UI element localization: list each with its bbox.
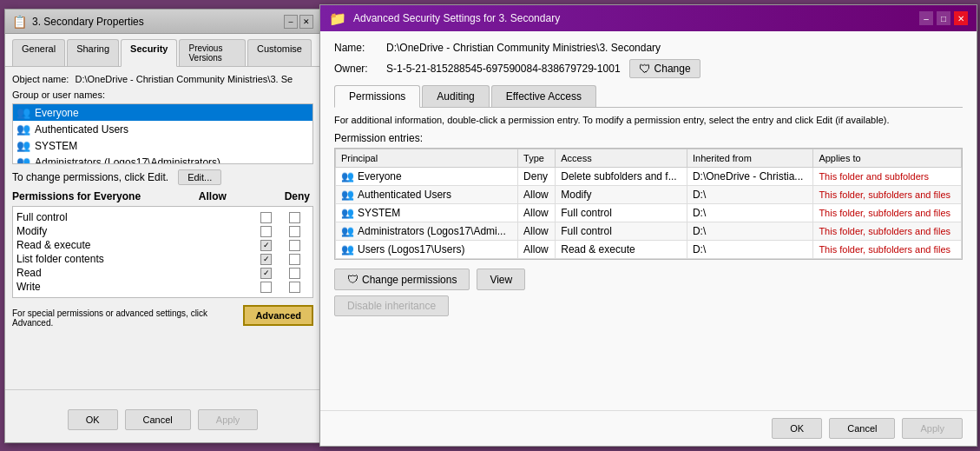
view-button[interactable]: View [477, 269, 525, 290]
cell-principal: 👥Everyone [336, 168, 518, 186]
cancel-button-right[interactable]: Cancel [829, 418, 895, 439]
deny-label: Deny [285, 190, 310, 202]
group-item-system[interactable]: 👥 SYSTEM [13, 137, 312, 154]
cell-inherited: D:\ [687, 241, 812, 259]
user-icon-row: 👥 [341, 225, 354, 237]
left-tab-bar: General Sharing Security Previous Versio… [5, 34, 320, 67]
name-label: Name: [334, 42, 386, 54]
cell-inherited: D:\ [687, 186, 812, 204]
cell-principal: 👥Users (Logos17\Users) [336, 241, 518, 259]
group-label: Group or user names: [12, 90, 313, 100]
right-title-text: Advanced Security Settings for 3. Second… [353, 12, 919, 24]
user-icon-row: 👥 [341, 243, 354, 255]
perm-allow-modify[interactable] [260, 226, 272, 237]
perm-allow-fullcontrol[interactable] [260, 212, 272, 223]
apply-button-right[interactable]: Apply [902, 418, 963, 439]
owner-row: Owner: S-1-5-21-815288545-697590084-8386… [334, 59, 963, 78]
cell-applies: This folder, subfolders and files [813, 222, 962, 241]
cancel-button-left[interactable]: Cancel [125, 409, 191, 430]
right-close-button[interactable]: ✕ [954, 11, 968, 25]
tab-sharing[interactable]: Sharing [67, 39, 119, 66]
perm-name-read: Read [16, 267, 252, 279]
left-content-area: Object name: D:\OneDrive - Christian Com… [5, 67, 320, 335]
right-minimize-button[interactable]: – [919, 11, 933, 25]
ok-button-left[interactable]: OK [68, 409, 118, 430]
perm-allow-write[interactable] [260, 282, 272, 293]
disable-inheritance-wrapper: Disable inheritance [334, 295, 963, 316]
right-bottom-buttons: OK Cancel Apply [320, 410, 977, 446]
col-applies: Applies to [813, 149, 962, 168]
group-item-administrators[interactable]: 👥 Administrators (Logos17\Administrators… [13, 154, 312, 164]
perm-allow-read[interactable]: ✓ [260, 268, 272, 279]
perm-allow-read-execute[interactable]: ✓ [260, 240, 272, 251]
perm-row-list: List folder contents ✓ [16, 252, 309, 266]
cell-type: Allow [518, 186, 556, 204]
right-tab-bar: Permissions Auditing Effective Access [334, 85, 963, 108]
cell-principal: 👥Authenticated Users [336, 186, 518, 204]
folder-icon: 📁 [329, 10, 346, 27]
change-permissions-button[interactable]: 🛡 Change permissions [334, 269, 470, 290]
edit-button[interactable]: Edit... [178, 169, 221, 185]
cell-access: Delete subfolders and f... [556, 168, 687, 186]
perm-deny-read[interactable] [289, 268, 300, 279]
perm-row-read: Read ✓ [16, 266, 309, 280]
table-row[interactable]: 👥SYSTEM Allow Full control D:\ This fold… [336, 204, 962, 222]
table-row[interactable]: 👥Users (Logos17\Users) Allow Read & exec… [336, 241, 962, 259]
right-maximize-button[interactable]: □ [937, 11, 950, 25]
close-button[interactable]: ✕ [299, 15, 313, 29]
perm-row-write: Write [16, 280, 309, 294]
perm-deny-fullcontrol[interactable] [289, 212, 300, 223]
table-row[interactable]: 👥Administrators (Logos17\Admi... Allow F… [336, 222, 962, 241]
tab-general[interactable]: General [12, 39, 65, 66]
cell-principal: 👥Administrators (Logos17\Admi... [336, 222, 518, 241]
object-name-value: D:\OneDrive - Christian Community Minist… [75, 74, 293, 84]
cell-inherited: D:\ [687, 222, 812, 241]
perm-name-write: Write [16, 281, 252, 293]
group-item-everyone[interactable]: 👥 Everyone [13, 104, 312, 121]
ok-button-right[interactable]: OK [772, 418, 822, 439]
minimize-button[interactable]: – [284, 15, 298, 29]
group-name-authenticated: Authenticated Users [35, 123, 128, 136]
view-btn-label: View [490, 274, 512, 286]
perm-row-fullcontrol: Full control [16, 210, 309, 224]
col-principal: Principal [336, 149, 518, 168]
perm-deny-write[interactable] [289, 282, 300, 293]
group-list[interactable]: 👥 Everyone 👥 Authenticated Users 👥 SYSTE… [12, 103, 313, 164]
right-tab-permissions[interactable]: Permissions [334, 85, 420, 108]
perm-name-modify: Modify [16, 225, 252, 237]
change-owner-button[interactable]: 🛡 Change [629, 59, 700, 78]
perm-deny-modify[interactable] [289, 226, 300, 237]
cell-principal: 👥SYSTEM [336, 204, 518, 222]
tab-previous-versions[interactable]: Previous Versions [179, 39, 246, 66]
perm-table-container[interactable]: Principal Type Access Inherited from App… [334, 148, 963, 260]
right-tab-effective-access[interactable]: Effective Access [491, 85, 596, 107]
apply-button-left[interactable]: Apply [198, 409, 259, 430]
perm-deny-list[interactable] [289, 254, 300, 265]
cell-type: Allow [518, 222, 556, 241]
table-row[interactable]: 👥Everyone Deny Delete subfolders and f..… [336, 168, 962, 186]
left-title-icon: 📋 [12, 15, 27, 29]
disable-inheritance-button[interactable]: Disable inheritance [334, 295, 449, 316]
right-tab-auditing[interactable]: Auditing [422, 85, 489, 107]
perm-deny-read-execute[interactable] [289, 240, 300, 251]
cell-applies: This folder, subfolders and files [813, 241, 962, 259]
user-icon-authenticated: 👥 [16, 123, 30, 136]
advanced-button[interactable]: Advanced [243, 305, 313, 326]
tab-customise[interactable]: Customise [247, 39, 312, 66]
permissions-list: Full control Modify Read & execute ✓ Lis… [12, 206, 313, 298]
perm-allow-list[interactable]: ✓ [260, 254, 272, 265]
disable-inheritance-label: Disable inheritance [347, 300, 436, 312]
table-row[interactable]: 👥Authenticated Users Allow Modify D:\ Th… [336, 186, 962, 204]
cell-access: Full control [556, 222, 687, 241]
col-access: Access [556, 149, 687, 168]
tab-security[interactable]: Security [121, 39, 177, 67]
perm-name-fullcontrol: Full control [16, 211, 252, 223]
cell-inherited: D:\ [687, 204, 812, 222]
perm-row-read-execute: Read & execute ✓ [16, 238, 309, 252]
perm-row-modify: Modify [16, 224, 309, 238]
group-item-authenticated[interactable]: 👥 Authenticated Users [13, 121, 312, 137]
change-btn-label: Change [654, 63, 691, 75]
owner-label: Owner: [334, 63, 386, 75]
cell-access: Full control [556, 204, 687, 222]
permissions-section: Permissions for Everyone Allow Deny Full… [12, 190, 313, 298]
